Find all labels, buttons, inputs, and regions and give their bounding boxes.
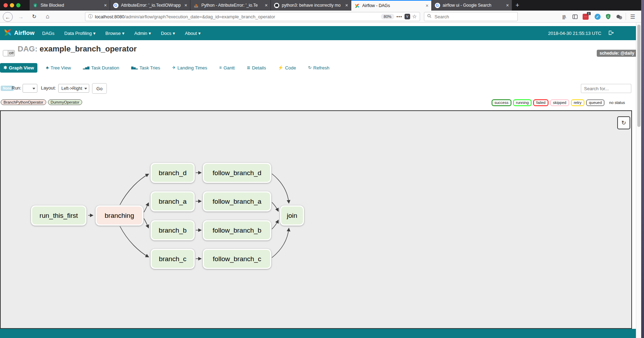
scrollbar-thumb[interactable] [637, 25, 640, 127]
task-node-follow_branch_a[interactable]: follow_branch_a [203, 191, 271, 211]
url-path: /admin/airflow/graph?execution_date=&dag… [124, 14, 275, 19]
forward-icon[interactable]: → [16, 12, 25, 21]
tab-task-duration[interactable]: ▂▅▇Task Duration [79, 63, 123, 73]
minimize-window-button[interactable] [10, 3, 14, 7]
task-node-follow_branch_b[interactable]: follow_branch_b [203, 220, 271, 240]
tab-gantt[interactable]: ≡Gantt [216, 63, 238, 73]
close-icon[interactable]: × [265, 2, 268, 8]
task-node-branch_c[interactable]: branch_c [151, 249, 195, 269]
close-window-button[interactable] [4, 3, 8, 7]
back-icon[interactable]: ← [3, 12, 13, 22]
legend-running: running [513, 99, 532, 106]
extension-red-icon[interactable]: ⋯ 1 [582, 13, 589, 20]
google-icon: G [113, 2, 119, 8]
svg-text:£: £ [607, 15, 609, 18]
search-bar[interactable] [424, 12, 518, 21]
view-tabs: ✱Graph View ♣Tree View ▂▅▇Task Duration … [0, 62, 333, 73]
airflow-brand[interactable]: Airflow [4, 28, 35, 38]
code-bolt-icon: ⚡ [278, 65, 283, 70]
chevron-down-icon: ▾ [198, 31, 201, 36]
operator-legend: BranchPythonOperator DummyOperator [1, 99, 82, 105]
task-node-run_this_first[interactable]: run_this_first [31, 205, 86, 226]
task-node-branch_b[interactable]: branch_b [151, 220, 195, 240]
tab-title: airflow ui - Google Search [443, 3, 504, 8]
nav-item-browse[interactable]: Browse▾ [105, 31, 124, 36]
svg-text:£: £ [35, 4, 36, 7]
footer-bar [0, 329, 636, 338]
nav-item-about[interactable]: About▾ [185, 31, 201, 36]
reload-icon[interactable]: ↻ [30, 12, 39, 21]
browser-titlebar: £ Site Blocked × G AttributeError: '_io.… [0, 0, 641, 11]
tab-code[interactable]: ⚡Code [274, 63, 299, 73]
search-icon [427, 13, 432, 20]
zoom-level-pill[interactable]: 80% [381, 14, 394, 19]
legend-no-status: no status [606, 99, 628, 106]
chevron-down-icon: ▾ [149, 31, 151, 36]
legend-failed: failed [533, 99, 548, 106]
brand-label: Airflow [14, 30, 35, 37]
close-icon[interactable]: × [345, 2, 348, 8]
new-tab-button[interactable]: + [512, 0, 523, 11]
tab-title: Airflow - DAGs [362, 3, 423, 8]
containers-icon[interactable] [615, 13, 622, 20]
nav-item-data-profiling[interactable]: Data Profiling▾ [64, 31, 96, 36]
tab-airflow-dags[interactable]: Airflow - DAGs × [351, 0, 432, 11]
nav-item-admin[interactable]: Admin▾ [134, 31, 151, 36]
airflow-navbar: Airflow DAGs Data Profiling▾ Browse▾ Adm… [0, 26, 636, 40]
site-info-icon[interactable]: ⓘ [88, 13, 93, 20]
tab-attributeerror-google[interactable]: G AttributeError: '_io.TextIOWrapp × [110, 0, 190, 11]
page-scrollbar[interactable] [636, 23, 641, 338]
title-prefix: DAG: [18, 44, 37, 53]
tab-tree-view[interactable]: ♣Tree View [42, 63, 74, 73]
tab-graph-view[interactable]: ✱Graph View [0, 63, 37, 73]
refresh-icon: ↻ [308, 65, 311, 70]
task-node-branch_a[interactable]: branch_a [151, 191, 195, 211]
layout-select[interactable]: Left->Right [58, 84, 89, 93]
url-bar[interactable]: ⓘ localhost:8080/admin/airflow/graph?exe… [85, 12, 420, 21]
extension-shield-icon[interactable]: £ [604, 13, 612, 20]
nav-item-dags[interactable]: DAGs [42, 31, 55, 36]
maximize-window-button[interactable] [16, 3, 20, 7]
task-node-follow_branch_d[interactable]: follow_branch_d [203, 163, 271, 183]
tab-python3-github[interactable]: python3: behave incorrectly mo × [271, 0, 351, 11]
task-node-follow_branch_c[interactable]: follow_branch_c [203, 249, 271, 269]
tab-python-stackoverflow[interactable]: Python - AttributeError: '_io.Te × [190, 0, 271, 11]
dag-pause-toggle[interactable]: Off [3, 50, 15, 56]
search-input[interactable] [434, 14, 506, 20]
run-select[interactable] [23, 84, 37, 93]
go-button[interactable]: Go [92, 83, 107, 94]
nav-item-docs[interactable]: Docs▾ [161, 31, 175, 36]
menu-icon[interactable]: ☰ [629, 13, 636, 20]
task-node-branching[interactable]: branching [96, 205, 143, 226]
tab-site-blocked[interactable]: £ Site Blocked × [30, 0, 110, 11]
tab-refresh[interactable]: ↻Refresh [304, 63, 333, 73]
sidebars-icon[interactable] [571, 13, 578, 20]
plane-icon: ✈ [172, 65, 176, 70]
close-icon[interactable]: × [104, 2, 107, 8]
logout-icon[interactable] [608, 30, 614, 36]
chevron-down-icon: ▾ [93, 31, 96, 36]
stackoverflow-icon [193, 2, 199, 8]
tab-landing-times[interactable]: ✈Landing Times [169, 63, 211, 73]
close-icon[interactable]: × [506, 2, 509, 8]
tab-title: AttributeError: '_io.TextIOWrapp [121, 3, 182, 8]
task-search-input[interactable] [581, 84, 631, 93]
github-icon [274, 2, 279, 8]
tab-task-tries[interactable]: ▇▅▂Task Tries [128, 63, 164, 73]
page-actions-icon[interactable]: ••• [396, 14, 402, 19]
shield-icon: £ [32, 2, 38, 8]
close-icon[interactable]: × [426, 3, 429, 8]
pocket-icon[interactable]: ᐯ [405, 14, 410, 19]
navbar-menu: DAGs Data Profiling▾ Browse▾ Admin▾ Docs… [42, 31, 201, 36]
task-node-join[interactable]: join [280, 205, 304, 226]
close-icon[interactable]: × [184, 2, 187, 8]
home-icon[interactable]: ⌂ [43, 12, 52, 21]
tab-details[interactable]: ≣Details [243, 63, 269, 73]
task-node-branch_d[interactable]: branch_d [151, 163, 195, 183]
bookmark-star-icon[interactable]: ☆ [412, 13, 417, 20]
library-icon[interactable]: |||\ [560, 13, 567, 20]
extension-blue-icon[interactable]: ✓ [594, 13, 601, 20]
graph-refresh-button[interactable]: ↻ [617, 116, 630, 129]
tab-airflow-ui-search[interactable]: G airflow ui - Google Search × [432, 0, 512, 11]
tab-title: python3: behave incorrectly mo [282, 3, 343, 8]
